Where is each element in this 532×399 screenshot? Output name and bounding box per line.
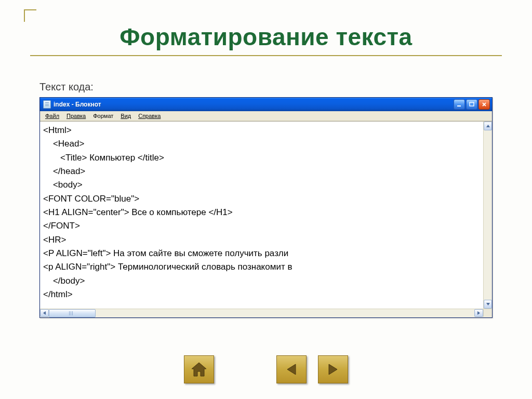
vertical-scrollbar[interactable] bbox=[483, 122, 492, 309]
svg-rect-1 bbox=[470, 102, 474, 106]
window-controls bbox=[454, 99, 490, 110]
text-content[interactable]: <Html> <Head> <Title> Компьютер </title>… bbox=[40, 122, 483, 309]
scroll-up-button[interactable] bbox=[484, 122, 492, 130]
scroll-track-horizontal[interactable] bbox=[49, 309, 474, 317]
horizontal-scrollbar[interactable] bbox=[40, 309, 492, 317]
close-button[interactable] bbox=[478, 99, 490, 110]
menu-view[interactable]: Вид bbox=[117, 112, 134, 119]
window-titlebar[interactable]: index - Блокнот bbox=[40, 98, 492, 111]
slide-subtitle: Текст кода: bbox=[39, 81, 506, 93]
scroll-track-vertical[interactable] bbox=[484, 130, 492, 300]
scroll-left-button[interactable] bbox=[40, 309, 49, 317]
editor-area: <Html> <Head> <Title> Компьютер </title>… bbox=[40, 121, 492, 309]
next-button[interactable] bbox=[318, 355, 348, 383]
arrow-left-icon bbox=[284, 362, 299, 377]
scroll-right-button[interactable] bbox=[474, 309, 483, 317]
prev-next-group bbox=[276, 355, 348, 383]
window-title: index - Блокнот bbox=[54, 101, 454, 108]
slide-nav bbox=[0, 355, 532, 383]
menu-help[interactable]: Справка bbox=[135, 112, 164, 119]
slide-title: Форматирование текста bbox=[26, 23, 506, 51]
menu-file[interactable]: Файл bbox=[42, 112, 62, 119]
arrow-right-icon bbox=[326, 362, 340, 377]
minimize-button[interactable] bbox=[454, 99, 465, 110]
home-button[interactable] bbox=[184, 355, 214, 383]
menu-bar: Файл Правка Формат Вид Справка bbox=[40, 111, 492, 121]
menu-format[interactable]: Формат bbox=[90, 112, 116, 119]
svg-rect-0 bbox=[457, 105, 461, 107]
corner-decoration bbox=[24, 9, 36, 22]
prev-button[interactable] bbox=[276, 355, 307, 383]
scroll-down-button[interactable] bbox=[484, 300, 492, 309]
scrollbar-corner bbox=[483, 309, 492, 317]
maximize-button[interactable] bbox=[466, 99, 477, 110]
notepad-window: index - Блокнот Файл Правка Формат Вид С… bbox=[39, 97, 493, 318]
scroll-thumb-horizontal[interactable] bbox=[49, 309, 96, 317]
notepad-app-icon bbox=[43, 100, 51, 109]
title-underline bbox=[30, 55, 502, 56]
slide-container: Форматирование текста Текст кода: index … bbox=[0, 0, 532, 399]
menu-edit[interactable]: Правка bbox=[63, 112, 89, 119]
home-icon bbox=[190, 362, 208, 377]
